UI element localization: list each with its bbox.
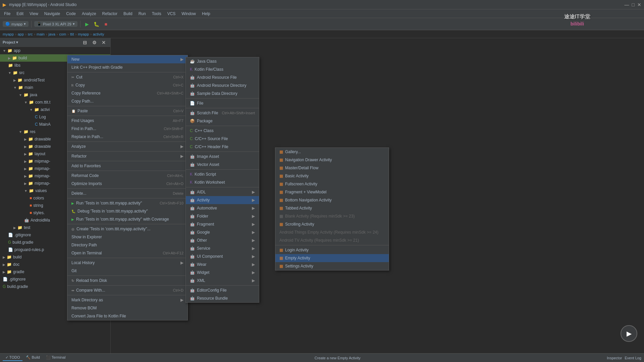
submenu-sample-data[interactable]: 🤖 Sample Data Directory [186, 89, 259, 98]
context-replace-in-path[interactable]: Replace in Path... Ctrl+Shift+R [67, 133, 187, 141]
context-directory-path[interactable]: Directory Path [67, 241, 187, 249]
menu-item-navigate[interactable]: Navigate [42, 11, 63, 17]
submenu-image-asset[interactable]: 🤖 Image Asset [186, 153, 259, 161]
menu-item-view[interactable]: View [27, 11, 41, 17]
submenu-package[interactable]: 📦 Package [186, 117, 259, 125]
activity-basic[interactable]: ▦ Basic Activity [275, 172, 389, 180]
activity-master-detail[interactable]: ▦ Master/Detail Flow [275, 164, 389, 172]
context-git[interactable]: Git [67, 267, 187, 275]
context-run-tests[interactable]: ▶ Run 'Tests in 'com.ttit.myapp.activity… [67, 199, 187, 207]
context-link-cpp[interactable]: Link C++ Project with Gradle [67, 63, 187, 71]
activity-gallery[interactable]: ▦ Gallery... [275, 148, 389, 156]
submenu-resource-bundle[interactable]: 🤖 Resource Bundle [186, 294, 259, 302]
submenu-kotlin-script[interactable]: K Kotlin Script [186, 170, 259, 178]
project-selector[interactable]: 🔵 myapp ▾ [3, 21, 29, 27]
close-button[interactable]: ✕ [637, 2, 641, 7]
submenu-xml[interactable]: 🤖 XML ▶ [186, 277, 259, 285]
submenu-activity[interactable]: 🤖 Activity ▶ [186, 196, 259, 204]
context-compare[interactable]: ⇔ Compare With... Ctrl+D [67, 286, 187, 294]
submenu-folder[interactable]: 🤖 Folder ▶ [186, 212, 259, 220]
submenu-android-resource-file[interactable]: 🤖 Android Resource File [186, 73, 259, 81]
activity-fullscreen[interactable]: ▦ Fullscreen Activity [275, 180, 389, 188]
activity-scrolling[interactable]: ▦ Scrolling Activity [275, 220, 389, 228]
tab-terminal[interactable]: ⬛ Terminal [43, 355, 68, 361]
submenu-kotlin-file[interactable]: K Kotlin File/Class [186, 65, 259, 73]
run-button[interactable]: ▶ [83, 20, 91, 28]
submenu-kotlin-worksheet[interactable]: K Kotlin Worksheet [186, 178, 259, 186]
activity-fragment-vm[interactable]: ▦ Fragment + ViewModel [275, 188, 389, 196]
context-convert-java[interactable]: Convert Java File to Kotlin File [67, 312, 187, 320]
event-log-label[interactable]: Event Log [625, 356, 641, 360]
submenu-other[interactable]: 🤖 Other ▶ [186, 236, 259, 244]
context-reload[interactable]: ↻ Reload from Disk [67, 277, 187, 285]
inspector-label[interactable]: Inspector [607, 356, 622, 360]
submenu-aidl[interactable]: 🤖 AIDL ▶ [186, 188, 259, 196]
close-sidebar-button[interactable]: ✕ [100, 39, 108, 47]
submenu-google[interactable]: 🤖 Google ▶ [186, 228, 259, 236]
collapse-all-button[interactable]: ⊟ [81, 39, 89, 47]
context-analyze[interactable]: Analyze ▶ [67, 142, 187, 150]
context-cut[interactable]: ✂ Cut Ctrl+X [67, 73, 187, 81]
context-remove-bom[interactable]: Remove BOM [67, 304, 187, 312]
activity-login[interactable]: ▦ Login Activity [275, 246, 389, 254]
context-local-history[interactable]: Local History ▶ [67, 259, 187, 267]
context-debug-tests[interactable]: 🐛 Debug 'Tests in 'com.ttit.myapp.activi… [67, 207, 187, 215]
submenu-scratch-file[interactable]: 🤖 Scratch File Ctrl+Alt+Shift+Insert [186, 109, 259, 117]
submenu-fragment[interactable]: 🤖 Fragment ▶ [186, 220, 259, 228]
submenu-cpp-class[interactable]: C C++ Class [186, 127, 259, 135]
activity-bottom-nav[interactable]: ▦ Bottom Navigation Activity [275, 196, 389, 204]
submenu-ui-component[interactable]: 🤖 UI Component ▶ [186, 252, 259, 260]
context-copy-path[interactable]: Copy Path... [67, 97, 187, 105]
context-find-usages[interactable]: Find Usages Alt+F7 [67, 117, 187, 125]
breadcrumb-item[interactable]: myapp [3, 32, 14, 36]
context-add-favorites[interactable]: Add to Favorites [67, 162, 187, 170]
submenu-widget[interactable]: 🤖 Widget ▶ [186, 268, 259, 277]
menu-item-help[interactable]: Help [199, 11, 213, 17]
menu-item-vcs[interactable]: VCS [165, 11, 178, 17]
tree-item-app[interactable]: ▼ 📁 app [0, 47, 110, 54]
context-open-terminal[interactable]: Open in Terminal Ctrl+Alt+F12 [67, 249, 187, 257]
breadcrumb-item[interactable]: activity [93, 32, 104, 36]
menu-item-refactor[interactable]: Refactor [100, 11, 120, 17]
menu-item-tools[interactable]: Tools [149, 11, 164, 17]
menu-item-window[interactable]: Window [179, 11, 199, 17]
submenu-wear[interactable]: 🤖 Wear ▶ [186, 260, 259, 268]
breadcrumb-item[interactable]: myapp [78, 32, 89, 36]
submenu-automotive[interactable]: 🤖 Automotive ▶ [186, 204, 259, 212]
activity-tabbed[interactable]: ▦ Tabbed Activity [275, 204, 389, 212]
menu-item-file[interactable]: File [1, 11, 13, 17]
submenu-service[interactable]: 🤖 Service ▶ [186, 244, 259, 252]
context-delete[interactable]: Delete... Delete [67, 189, 187, 197]
context-reformat[interactable]: Reformat Code Ctrl+Alt+L [67, 172, 187, 180]
context-show-explorer[interactable]: Show in Explorer [67, 233, 187, 241]
context-mark-directory[interactable]: Mark Directory as ▶ [67, 296, 187, 304]
menu-item-code[interactable]: Code [63, 11, 78, 17]
menu-item-analyze[interactable]: Analyze [79, 11, 99, 17]
settings-button[interactable]: ⚙ [90, 39, 98, 47]
submenu-file[interactable]: 📄 File [186, 99, 259, 107]
minimize-button[interactable]: — [625, 2, 629, 7]
submenu-java-class[interactable]: ☕ Java Class [186, 57, 259, 65]
menu-item-build[interactable]: Build [121, 11, 135, 17]
context-new[interactable]: New ▶ [67, 55, 187, 63]
activity-empty[interactable]: ▦ Empty Activity [275, 254, 389, 262]
submenu-vector-asset[interactable]: 🤖 Vector Asset [186, 161, 259, 169]
submenu-c-header[interactable]: C C/C++ Header File [186, 143, 259, 151]
context-copy-reference[interactable]: Copy Reference Ctrl+Alt+Shift+C [67, 89, 187, 97]
breadcrumb-item[interactable]: java [49, 32, 55, 36]
context-paste[interactable]: 📋 Paste Ctrl+V [67, 107, 187, 115]
context-copy[interactable]: ⎘ Copy Ctrl+C [67, 81, 187, 89]
breadcrumb-item[interactable]: com [59, 32, 66, 36]
context-optimize-imports[interactable]: Optimize Imports Ctrl+Alt+O [67, 180, 187, 188]
context-run-coverage[interactable]: ▶ Run 'Tests in 'com.ttit.myapp.activity… [67, 215, 187, 223]
submenu-c-source[interactable]: C C/C++ Source File [186, 135, 259, 143]
activity-settings[interactable]: ▦ Settings Activity [275, 262, 389, 270]
maximize-button[interactable]: □ [632, 2, 635, 7]
context-create-tests[interactable]: ◎ Create 'Tests in 'com.ttit.myapp.activ… [67, 225, 187, 233]
submenu-android-resource-dir[interactable]: 🤖 Android Resource Directory [186, 81, 259, 89]
context-refactor[interactable]: Refactor ▶ [67, 152, 187, 160]
breadcrumb-item[interactable]: src [28, 32, 33, 36]
menu-item-run[interactable]: Run [136, 11, 149, 17]
video-player-button[interactable]: ▶ [621, 325, 637, 342]
breadcrumb-item[interactable]: main [37, 32, 45, 36]
